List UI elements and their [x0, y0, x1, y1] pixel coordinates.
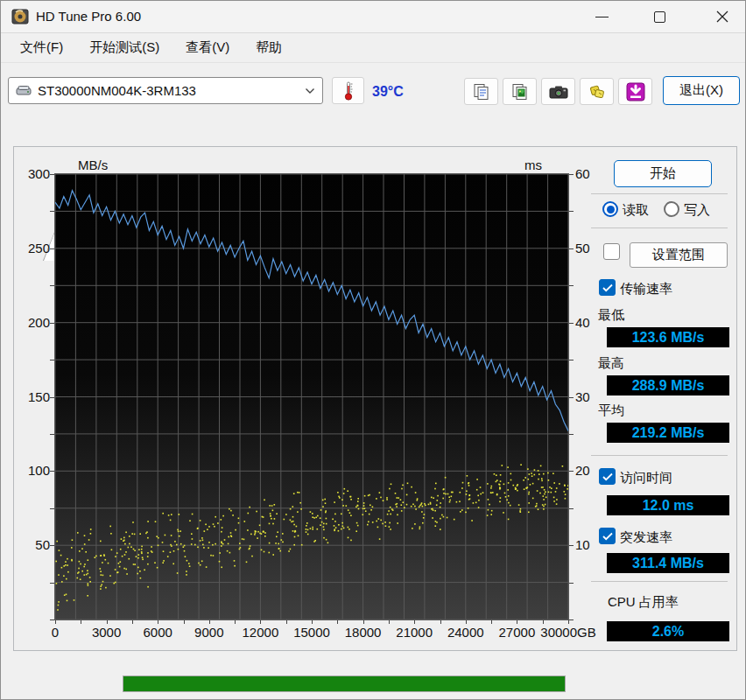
x-tick-mark	[132, 620, 133, 624]
hd-tune-window: HD Tune Pro 6.00 文件(F) 开始测试(S) 查看(V) 帮助 …	[0, 0, 746, 700]
y-tick-mark	[569, 434, 574, 435]
transfer-rate-line	[55, 191, 568, 431]
y-tick-mark	[569, 471, 574, 472]
y-axis-left-label: 100	[17, 463, 50, 478]
separator	[591, 455, 728, 456]
y-tick-mark	[569, 360, 574, 360]
x-tick-mark	[107, 620, 108, 624]
y-tick-mark	[569, 545, 574, 546]
max-value: 288.9 MB/s	[607, 375, 729, 396]
copy-text-icon	[473, 83, 490, 101]
x-axis-label: 3000	[92, 625, 121, 640]
y-axis-left-label: 250	[17, 241, 50, 256]
y-tick-mark	[50, 434, 54, 435]
x-axis-label: 0	[52, 625, 59, 640]
write-label: 写入	[684, 202, 710, 219]
temperature-button[interactable]	[332, 77, 364, 104]
copy-image-icon	[511, 83, 529, 101]
burst-rate-checkbox[interactable]	[599, 528, 616, 544]
max-label: 最高	[598, 355, 624, 372]
x-axis-label: 15000	[293, 625, 330, 640]
write-radio[interactable]	[664, 201, 679, 217]
thermometer-icon	[343, 81, 354, 101]
y-axis-right-label: 20	[575, 463, 590, 478]
y-tick-mark	[569, 285, 574, 286]
check-icon	[602, 284, 613, 292]
minimize-button[interactable]	[581, 1, 622, 32]
transfer-rate-checkbox[interactable]	[599, 279, 616, 296]
export-icon	[588, 83, 606, 101]
read-radio[interactable]	[602, 201, 618, 217]
y-tick-mark	[50, 545, 54, 546]
x-tick-mark	[517, 620, 517, 624]
y-tick-mark	[50, 471, 54, 472]
check-icon	[602, 532, 613, 541]
y-tick-mark	[569, 508, 574, 509]
separator	[591, 193, 728, 194]
y-tick-mark	[569, 620, 574, 620]
x-axis-label: 24000	[447, 625, 484, 640]
screenshot-button[interactable]	[541, 78, 575, 105]
start-label: 开始	[650, 165, 676, 182]
y-right-axis-title: ms	[524, 158, 542, 172]
export-button[interactable]	[580, 78, 614, 105]
menu-bar: 文件(F) 开始测试(S) 查看(V) 帮助	[1, 33, 745, 63]
save-results-icon	[626, 82, 645, 102]
start-button[interactable]: 开始	[614, 160, 712, 187]
x-tick-mark	[184, 620, 185, 624]
x-axis-label: 30000GB	[540, 625, 595, 640]
y-tick-mark	[569, 323, 574, 324]
y-tick-mark	[50, 397, 54, 398]
title-bar: HD Tune Pro 6.00	[1, 1, 745, 33]
separator	[591, 581, 728, 582]
y-tick-mark	[50, 620, 54, 620]
set-range-label: 设置范围	[652, 247, 705, 263]
access-time-checkbox[interactable]	[599, 468, 616, 485]
y-axis-right-label: 40	[575, 315, 590, 330]
x-tick-mark	[543, 620, 544, 624]
separator	[591, 228, 728, 228]
x-tick-mark	[312, 620, 313, 624]
x-tick-mark	[568, 620, 569, 624]
access-time-label: 访问时间	[620, 470, 672, 486]
close-icon	[716, 10, 728, 23]
y-tick-mark	[569, 583, 574, 584]
y-tick-mark	[50, 248, 54, 249]
y-tick-mark	[569, 174, 574, 175]
access-time-value: 12.0 ms	[607, 495, 729, 515]
set-range-button[interactable]: 设置范围	[630, 242, 728, 268]
x-tick-mark	[491, 620, 492, 624]
x-tick-mark	[235, 620, 236, 624]
transfer-rate-label: 传输速率	[620, 281, 672, 298]
menu-start-test[interactable]: 开始测试(S)	[79, 36, 170, 60]
x-tick-mark	[55, 620, 56, 624]
copy-text-button[interactable]	[464, 78, 498, 105]
y-tick-mark	[569, 211, 574, 212]
chart-canvas	[55, 174, 568, 620]
check-icon	[602, 472, 613, 481]
y-axis-left-label: 200	[17, 315, 50, 330]
maximize-button[interactable]	[639, 1, 679, 32]
range-checkbox[interactable]	[603, 243, 620, 260]
x-tick-mark	[414, 620, 415, 624]
drive-name: ST30000NM004K-3RM133	[38, 83, 305, 98]
y-tick-mark	[569, 248, 574, 249]
x-axis-label: 12000	[243, 625, 279, 640]
temperature-value: 39°C	[372, 84, 404, 100]
chart-grid	[55, 174, 568, 620]
close-button[interactable]	[702, 1, 742, 32]
x-tick-mark	[389, 620, 390, 624]
min-value: 123.6 MB/s	[607, 327, 729, 347]
menu-file[interactable]: 文件(F)	[10, 36, 74, 60]
y-tick-mark	[50, 211, 54, 212]
drive-selector[interactable]: ST30000NM004K-3RM133	[8, 77, 323, 104]
avg-value: 219.2 MB/s	[607, 423, 729, 443]
save-results-button[interactable]	[618, 78, 652, 105]
access-time-dots	[55, 464, 568, 610]
exit-button[interactable]: 退出(X)	[663, 76, 740, 105]
menu-view[interactable]: 查看(V)	[175, 36, 240, 60]
cpu-usage-label: CPU 占用率	[608, 594, 679, 611]
maximize-icon	[654, 11, 665, 23]
menu-help[interactable]: 帮助	[245, 36, 292, 60]
copy-image-button[interactable]	[503, 78, 537, 105]
